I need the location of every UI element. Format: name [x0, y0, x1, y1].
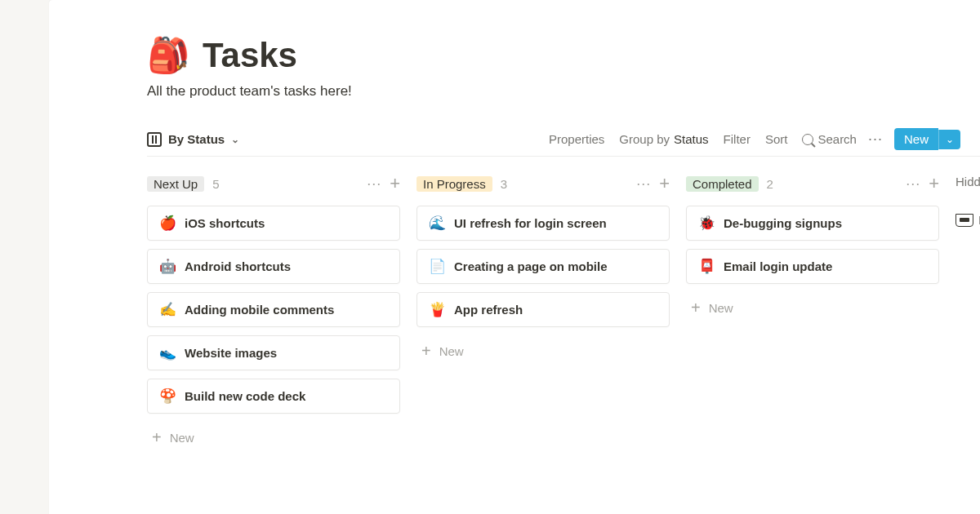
search-button[interactable]: Search: [802, 132, 857, 146]
column-header: Completed2···+: [686, 173, 939, 194]
toolbar: By Status ⌄ Properties Group by Status F…: [147, 122, 980, 157]
card-icon: ✍️: [159, 303, 176, 317]
page-container: 🎒 Tasks All the product team's tasks her…: [49, 0, 980, 514]
card-icon: 👟: [159, 346, 176, 360]
column-more-icon[interactable]: ···: [906, 175, 920, 193]
board-card[interactable]: 🍟App refresh: [416, 292, 670, 327]
page-icon[interactable]: 🎒: [147, 38, 189, 73]
column-count: 3: [501, 177, 507, 191]
hidden-columns-stub[interactable]: HiddeN: [956, 173, 980, 227]
column-more-icon[interactable]: ···: [367, 175, 381, 193]
board-card[interactable]: 🤖Android shortcuts: [147, 249, 400, 284]
group-by-button[interactable]: Group by Status: [619, 132, 708, 146]
column-add-icon[interactable]: +: [659, 173, 670, 194]
board-column: In Progress3···+🌊UI refresh for login sc…: [416, 173, 670, 367]
board-card[interactable]: 🍄Build new code deck: [147, 379, 400, 414]
new-card-label: New: [439, 344, 464, 358]
column-header: Next Up5···+: [147, 173, 400, 194]
board-column: Next Up5···+🍎iOS shortcuts🤖Android short…: [147, 173, 400, 454]
board-card[interactable]: 🐞De-bugging signups: [686, 206, 939, 241]
card-icon: 🤖: [159, 259, 176, 273]
card-title: Creating a page on mobile: [454, 259, 608, 273]
card-icon: 📮: [698, 259, 715, 273]
column-more-icon[interactable]: ···: [636, 175, 651, 193]
new-card-button[interactable]: +New: [147, 422, 400, 454]
column-count: 2: [767, 177, 773, 191]
new-button-dropdown[interactable]: ⌄: [938, 130, 960, 149]
board-card[interactable]: 🍎iOS shortcuts: [147, 206, 400, 241]
column-add-icon[interactable]: +: [390, 173, 400, 194]
card-title: iOS shortcuts: [185, 216, 265, 230]
properties-button[interactable]: Properties: [549, 132, 604, 146]
column-label[interactable]: In Progress: [416, 176, 492, 192]
plus-icon: +: [421, 342, 431, 361]
title-row: 🎒 Tasks: [147, 36, 980, 75]
card-icon: 🍟: [429, 303, 446, 317]
new-card-button[interactable]: +New: [416, 335, 670, 367]
card-title: Email login update: [724, 259, 832, 273]
sort-button[interactable]: Sort: [765, 132, 788, 146]
column-actions: ···+: [636, 173, 670, 194]
board-card[interactable]: 🌊UI refresh for login screen: [416, 206, 670, 241]
new-card-label: New: [709, 301, 733, 315]
plus-icon: +: [691, 299, 701, 317]
page-subtitle[interactable]: All the product team's tasks here!: [147, 83, 980, 100]
view-name: By Status: [168, 132, 225, 146]
column-label[interactable]: Next Up: [147, 176, 204, 192]
new-button-label[interactable]: New: [894, 128, 938, 150]
card-icon: 🌊: [429, 216, 446, 230]
card-title: De-bugging signups: [724, 216, 842, 230]
card-icon: 🐞: [698, 216, 715, 230]
card-title: UI refresh for login screen: [454, 216, 607, 230]
column-label[interactable]: Completed: [686, 176, 759, 192]
column-actions: ···+: [906, 173, 939, 194]
board-card[interactable]: 📄Creating a page on mobile: [416, 249, 670, 284]
page-content: 🎒 Tasks All the product team's tasks her…: [49, 0, 980, 454]
card-title: Website images: [185, 346, 277, 360]
hidden-label: Hidde: [956, 175, 980, 188]
page-title[interactable]: Tasks: [203, 36, 297, 75]
card-title: Build new code deck: [185, 389, 305, 403]
board-card[interactable]: 📮Email login update: [686, 249, 939, 284]
group-by-prefix: Group by: [619, 132, 670, 146]
card-title: Android shortcuts: [185, 259, 291, 273]
column-count: 5: [212, 177, 219, 191]
column-actions: ···+: [367, 173, 400, 194]
inbox-icon: [956, 214, 973, 227]
board-card[interactable]: 👟Website images: [147, 335, 400, 370]
card-icon: 📄: [429, 259, 446, 273]
card-title: Adding mobile comments: [185, 303, 334, 317]
card-icon: 🍄: [159, 389, 176, 403]
search-label: Search: [817, 132, 857, 146]
more-button[interactable]: ···: [868, 131, 883, 148]
column-header: In Progress3···+: [416, 173, 670, 194]
board-column: Completed2···+🐞De-bugging signups📮Email …: [686, 173, 939, 324]
view-tab[interactable]: By Status ⌄: [147, 132, 239, 147]
filter-button[interactable]: Filter: [724, 132, 751, 146]
card-title: App refresh: [454, 303, 523, 317]
group-by-value: Status: [674, 132, 709, 146]
plus-icon: +: [152, 428, 162, 447]
search-icon: [802, 134, 813, 145]
board-card[interactable]: ✍️Adding mobile comments: [147, 292, 400, 327]
new-card-label: New: [170, 431, 194, 445]
column-add-icon[interactable]: +: [929, 173, 939, 194]
chevron-down-icon: ⌄: [231, 134, 239, 145]
new-card-button[interactable]: +New: [686, 292, 939, 324]
board: Next Up5···+🍎iOS shortcuts🤖Android short…: [147, 173, 980, 454]
card-icon: 🍎: [159, 216, 176, 230]
board-icon: [147, 132, 162, 147]
new-button[interactable]: New ⌄: [894, 128, 960, 150]
